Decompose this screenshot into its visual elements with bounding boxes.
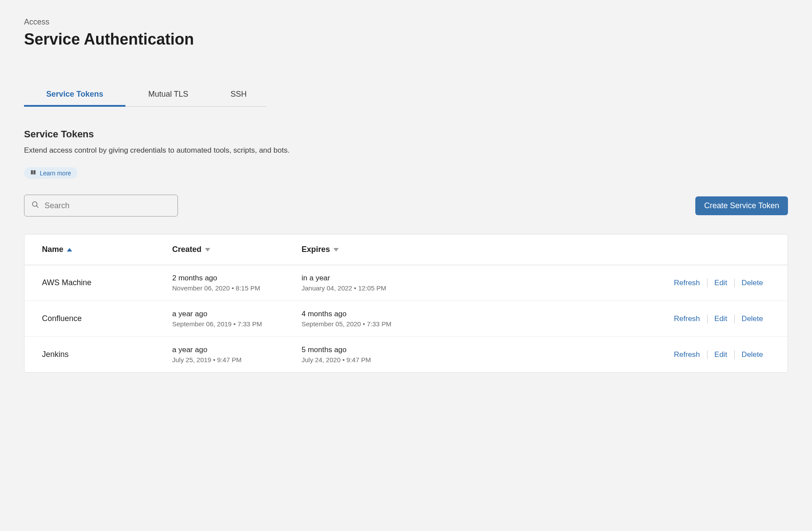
- expires-relative: in a year: [302, 274, 656, 283]
- table-row: Jenkins a year ago July 25, 2019 • 9:47 …: [24, 337, 788, 372]
- sort-icon: [333, 248, 339, 252]
- column-header-name-label: Name: [42, 245, 63, 254]
- expires-absolute: January 04, 2022 • 12:05 PM: [302, 284, 656, 292]
- created-absolute: September 06, 2019 • 7:33 PM: [172, 320, 302, 328]
- edit-link[interactable]: Edit: [708, 314, 734, 323]
- section-title: Service Tokens: [24, 129, 788, 140]
- created-absolute: November 06, 2020 • 8:15 PM: [172, 284, 302, 292]
- breadcrumb[interactable]: Access: [24, 17, 788, 27]
- search-icon: [31, 201, 39, 210]
- refresh-link[interactable]: Refresh: [667, 314, 707, 323]
- column-header-created[interactable]: Created: [172, 245, 302, 254]
- token-name: Confluence: [42, 314, 172, 323]
- service-tokens-table: Name Created Expires AWS Machine 2 month…: [24, 234, 788, 373]
- row-actions: Refresh Edit Delete: [656, 279, 770, 287]
- created-relative: a year ago: [172, 346, 302, 354]
- column-header-name[interactable]: Name: [42, 245, 172, 254]
- column-header-expires-label: Expires: [302, 245, 330, 254]
- created-relative: a year ago: [172, 310, 302, 318]
- tab-service-tokens[interactable]: Service Tokens: [24, 84, 125, 107]
- sort-icon: [205, 248, 210, 252]
- refresh-link[interactable]: Refresh: [667, 350, 707, 359]
- delete-link[interactable]: Delete: [735, 350, 770, 359]
- table-row: Confluence a year ago September 06, 2019…: [24, 301, 788, 337]
- edit-link[interactable]: Edit: [708, 279, 734, 287]
- token-expires: in a year January 04, 2022 • 12:05 PM: [302, 274, 656, 292]
- page-title: Service Authentication: [24, 30, 788, 49]
- expires-relative: 5 months ago: [302, 346, 656, 354]
- expires-relative: 4 months ago: [302, 310, 656, 318]
- row-actions: Refresh Edit Delete: [656, 314, 770, 323]
- token-created: a year ago September 06, 2019 • 7:33 PM: [172, 310, 302, 328]
- svg-line-1: [36, 206, 38, 208]
- token-created: 2 months ago November 06, 2020 • 8:15 PM: [172, 274, 302, 292]
- tab-ssh[interactable]: SSH: [211, 84, 266, 107]
- column-header-created-label: Created: [172, 245, 201, 254]
- svg-point-0: [32, 202, 37, 206]
- table-header: Name Created Expires: [24, 234, 788, 265]
- search-box[interactable]: [24, 195, 178, 217]
- tab-mutual-tls[interactable]: Mutual TLS: [125, 84, 211, 107]
- refresh-link[interactable]: Refresh: [667, 279, 707, 287]
- token-name: AWS Machine: [42, 278, 172, 287]
- book-icon: [30, 169, 36, 177]
- token-expires: 5 months ago July 24, 2020 • 9:47 PM: [302, 346, 656, 363]
- delete-link[interactable]: Delete: [735, 279, 770, 287]
- learn-more-label: Learn more: [40, 170, 71, 177]
- token-created: a year ago July 25, 2019 • 9:47 PM: [172, 346, 302, 363]
- search-input[interactable]: [45, 201, 170, 210]
- create-service-token-button[interactable]: Create Service Token: [695, 196, 788, 215]
- row-actions: Refresh Edit Delete: [656, 350, 770, 359]
- expires-absolute: July 24, 2020 • 9:47 PM: [302, 356, 656, 363]
- sort-ascending-icon: [67, 248, 72, 252]
- edit-link[interactable]: Edit: [708, 350, 734, 359]
- section-description: Extend access control by giving credenti…: [24, 146, 788, 155]
- created-absolute: July 25, 2019 • 9:47 PM: [172, 356, 302, 363]
- token-name: Jenkins: [42, 350, 172, 359]
- column-header-expires[interactable]: Expires: [302, 245, 770, 254]
- delete-link[interactable]: Delete: [735, 314, 770, 323]
- learn-more-link[interactable]: Learn more: [24, 167, 77, 179]
- token-expires: 4 months ago September 05, 2020 • 7:33 P…: [302, 310, 656, 328]
- created-relative: 2 months ago: [172, 274, 302, 283]
- toolbar: Create Service Token: [24, 195, 788, 217]
- expires-absolute: September 05, 2020 • 7:33 PM: [302, 320, 656, 328]
- tabs: Service Tokens Mutual TLS SSH: [24, 84, 267, 107]
- table-row: AWS Machine 2 months ago November 06, 20…: [24, 265, 788, 301]
